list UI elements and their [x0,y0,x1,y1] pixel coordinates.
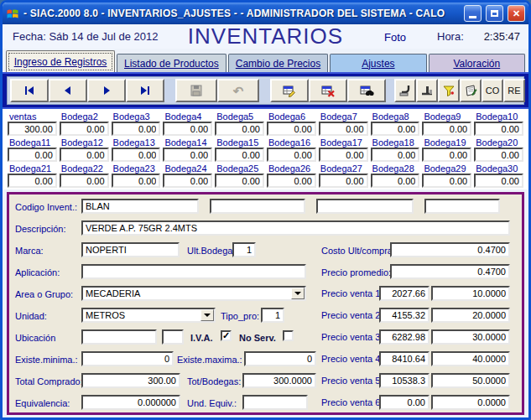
bodega-value-bodega25[interactable] [215,174,264,188]
bodega-value-bodega24[interactable] [163,174,212,188]
precio-venta-3-label: Precio venta 3 : [321,331,385,343]
precio-venta-3-monto-input[interactable] [379,329,429,345]
next-record-button[interactable] [87,79,126,102]
tab-valoraci-n[interactable]: Valoración [429,54,525,72]
close-button[interactable]: ✕ [508,5,525,22]
bodega-value-bodega30[interactable] [474,174,523,188]
precio-venta-row-1: Precio venta 1 : [9,286,522,303]
edit-record-button[interactable] [270,79,309,102]
delete-record-button[interactable] [309,79,347,102]
notes-button[interactable] [460,79,482,102]
foto-label: Foto [384,31,406,44]
bodega-value-bodega22[interactable] [60,174,109,188]
bodega-value-bodega29[interactable] [422,174,471,188]
bodega-label-bodega13: Bodega13 [112,137,161,148]
bodega-value-bodega7[interactable] [319,122,368,136]
bodega-label-bodega26: Bodega26 [267,163,316,174]
bodega-cell: Bodega25 [215,162,264,188]
precio-venta-1-label: Precio venta 1 : [321,288,385,299]
precio-venta-2-monto-input[interactable] [379,308,429,323]
minimize-button[interactable] [464,5,482,22]
bodega-cell: Bodega22 [60,162,109,188]
find-record-button[interactable] [347,79,386,102]
exit-ramp-button[interactable] [394,79,416,102]
tab-label: Listado de Productos [124,58,219,70]
bodega-cell: Bodega4 [163,110,212,136]
bodega-value-bodega3[interactable] [112,122,161,136]
product-form: Codigo Invent.: Descripción: Marca: Ult.… [7,192,524,415]
bodega-value-bodega19[interactable] [422,148,471,162]
save-icon [190,84,203,97]
bodega-value-bodega23[interactable] [112,174,161,188]
bodega-cell: Bodega17 [319,136,368,162]
precio-venta-2-valor-input[interactable] [431,308,510,323]
bodega-value-bodega27[interactable] [319,174,368,188]
bodega-cell: Bodega26 [267,162,316,188]
tab-listado-de-productos[interactable]: Listado de Productos [117,54,226,72]
bodega-cell: Bodega19 [422,136,471,162]
bodega-value-bodega18[interactable] [371,148,420,162]
precio-venta-4-monto-input[interactable] [379,351,429,366]
precio-venta-3-valor-input[interactable] [431,329,510,345]
precio-venta-6-monto-input[interactable] [379,395,429,410]
bodega-value-bodega2[interactable] [60,122,109,136]
save-button[interactable] [175,79,217,102]
bodega-cell: Bodega29 [422,162,471,188]
precio-venta-5-monto-input[interactable] [379,373,429,388]
door-exit-icon [420,84,434,97]
co-button[interactable]: CO [482,79,503,102]
bodega-value-ventas[interactable] [8,122,57,136]
tab-cambio-de-precios[interactable]: Cambio de Precios [228,54,328,72]
bodega-value-bodega13[interactable] [112,148,161,162]
bodega-cell: Bodega12 [60,136,109,162]
close-icon: ✕ [513,8,520,19]
precio-venta-5-valor-input[interactable] [431,373,510,388]
next-record-icon [100,84,113,97]
precio-venta-row-3: Precio venta 3 : [9,329,522,346]
window-title: - SIAC.2000 8.0 - INVENTARIOS_AJUSTES - … [23,8,460,19]
bodega-label-ventas: ventas [8,111,57,122]
first-record-button[interactable] [10,79,49,102]
bodega-value-bodega26[interactable] [267,174,316,188]
bodega-value-bodega5[interactable] [215,122,264,136]
bodega-label-bodega20: Bodega20 [474,137,523,148]
precio-venta-4-valor-input[interactable] [431,351,510,366]
bodega-value-bodega16[interactable] [267,148,316,162]
title-bar: - SIAC.2000 8.0 - INVENTARIOS_AJUSTES - … [3,3,528,24]
bodega-value-bodega17[interactable] [319,148,368,162]
precio-venta-1-valor-input[interactable] [431,286,510,301]
precio-venta-1-monto-input[interactable] [379,286,429,301]
last-record-button[interactable] [126,79,164,102]
bodega-value-bodega10[interactable] [474,122,523,136]
minimize-icon [469,16,476,18]
precio-venta-6-valor-input[interactable] [431,395,510,410]
bodega-cell: Bodega10 [474,110,523,136]
bodega-value-bodega28[interactable] [371,174,420,188]
bodega-value-bodega14[interactable] [163,148,212,162]
undo-button[interactable]: ↶ [217,79,259,102]
maximize-button[interactable] [486,5,503,22]
bodega-value-bodega9[interactable] [422,122,471,136]
bodega-value-bodega21[interactable] [8,174,57,188]
bodega-value-bodega11[interactable] [8,148,57,162]
bodega-row: Bodega11Bodega12Bodega13Bodega14Bodega15… [8,136,523,162]
previous-record-button[interactable] [49,79,87,102]
bodega-value-bodega8[interactable] [371,122,420,136]
bodega-value-bodega20[interactable] [474,148,523,162]
tab-ingreso-de-registros[interactable]: Ingreso de Registros [6,50,115,72]
tab-label: Cambio de Precios [236,58,320,70]
door-exit-button[interactable] [416,79,438,102]
delete-record-icon [321,84,336,97]
tab-ajustes[interactable]: Ajustes [330,54,426,72]
bodega-label-bodega23: Bodega23 [112,163,161,174]
bodega-value-bodega4[interactable] [163,122,212,136]
bodega-cell: Bodega8 [371,110,420,136]
tab-strip: Ingreso de RegistrosListado de Productos… [3,49,528,72]
bodega-label-bodega28: Bodega28 [371,163,420,174]
bodega-label-bodega21: Bodega21 [8,163,57,174]
bodega-value-bodega6[interactable] [267,122,316,136]
bodega-value-bodega12[interactable] [60,148,109,162]
filter-button[interactable] [438,79,460,102]
re-button[interactable]: RE [503,79,525,102]
bodega-value-bodega15[interactable] [215,148,264,162]
